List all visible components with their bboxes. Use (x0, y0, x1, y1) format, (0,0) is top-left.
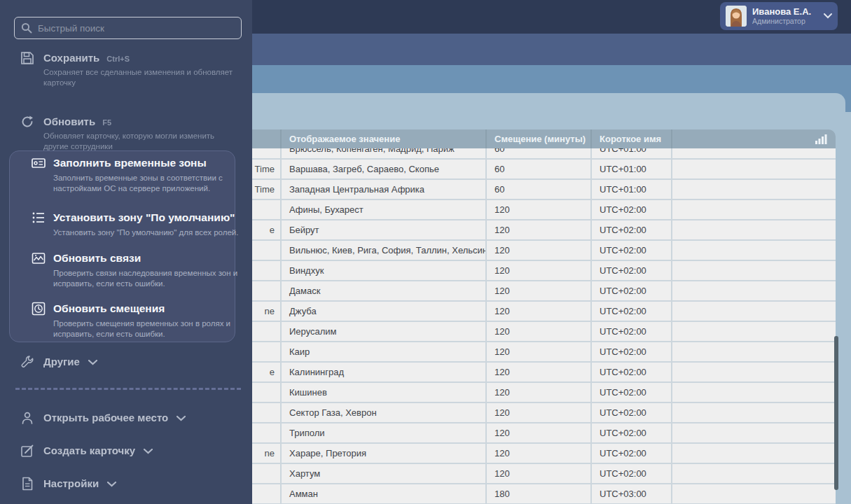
table-row[interactable]: neХараре, Претория120UTC+02:00 (244, 444, 836, 464)
person-icon (20, 410, 35, 426)
table-row[interactable]: Каир120UTC+02:00 (244, 342, 836, 363)
table-row[interactable]: Иерусалим120UTC+02:00 (244, 322, 836, 342)
table-cell (672, 302, 836, 321)
table-cell: UTC+01:00 (592, 180, 672, 199)
table-cell: 120 (487, 424, 592, 442)
table-cell: Варшава, Загреб, Сараево, Скопье (282, 160, 487, 178)
search-input[interactable] (38, 23, 235, 34)
bar-chart-icon[interactable] (815, 134, 827, 144)
table-cell: UTC+02:00 (592, 200, 672, 219)
refresh-icon (20, 114, 35, 130)
table-cell: Хараре, Претория (282, 444, 487, 463)
table-row[interactable]: Вильнюс, Киев, Рига, София, Таллин, Хель… (244, 241, 836, 261)
map-icon (31, 251, 46, 266)
table-cell (672, 342, 836, 361)
table-cell: 120 (487, 281, 592, 300)
table-cell: 120 (487, 403, 592, 422)
menu-item-label: СохранитьCtrl+S (43, 52, 130, 64)
table-cell: 120 (487, 261, 592, 280)
table-cell (672, 261, 836, 280)
table-row[interactable]: Виндхук120UTC+02:00 (244, 261, 836, 281)
table-row[interactable]: Амман180UTC+03:00 (244, 484, 836, 504)
table-cell: UTC+02:00 (592, 464, 672, 483)
menu-item-description: Установить зону "По умолчанию" для всех … (53, 227, 244, 238)
wrench-icon (20, 354, 35, 370)
table-cell (672, 383, 836, 402)
menu-item-description: Сохраняет все сделанные изменения и обно… (43, 67, 234, 88)
chevron-down-icon[interactable] (824, 13, 832, 19)
table-cell (672, 484, 836, 503)
table-row[interactable]: Хартум120UTC+02:00 (244, 464, 836, 484)
table-cell: Вильнюс, Киев, Рига, София, Таллин, Хель… (282, 241, 487, 260)
table-cell (672, 200, 836, 219)
table-cell (672, 322, 836, 341)
table-cell: 120 (487, 322, 592, 341)
table-cell (672, 148, 836, 158)
column-header-display[interactable]: Отображаемое значение (282, 130, 487, 148)
table-cell: UTC+02:00 (592, 444, 672, 463)
menu-item-label: Создать карточку (43, 444, 153, 456)
vertical-scrollbar-thumb[interactable] (834, 336, 838, 490)
chevron-down-icon (107, 477, 116, 489)
table-row[interactable]: Афины, Бухарест120UTC+02:00 (244, 200, 836, 220)
table-cell: Калининград (282, 363, 487, 382)
table-cell: UTC+02:00 (592, 322, 672, 341)
user-name: Иванова Е.А. (752, 7, 818, 18)
actions-sidebar: СохранитьCtrl+S Сохраняет все сделанные … (0, 0, 252, 504)
column-header-short[interactable]: Короткое имя (592, 130, 672, 148)
table-cell: Бейрут (282, 220, 487, 239)
table-cell: UTC+02:00 (592, 281, 672, 300)
edit-icon (20, 443, 35, 458)
menu-item-label: Другие (43, 356, 97, 368)
table-cell: UTC+02:00 (592, 403, 672, 422)
user-menu[interactable]: Иванова Е.А. Администратор (720, 2, 838, 30)
table-cell: Сектор Газа, Хеврон (282, 403, 487, 422)
column-header-actions (672, 130, 836, 148)
table-cell: Каир (282, 342, 487, 361)
table-cell: 120 (487, 220, 592, 239)
table-cell: Западная Центральная Африка (282, 180, 487, 199)
menu-item-description: Проверить связи наследования временных з… (53, 268, 244, 289)
table-cell: 120 (487, 383, 592, 402)
table-cell: UTC+01:00 (592, 160, 672, 178)
table-cell: Амман (282, 484, 487, 503)
save-icon (20, 50, 35, 66)
user-meta: Иванова Е.А. Администратор (752, 7, 818, 26)
table-cell: Виндхук (282, 261, 487, 280)
user-role: Администратор (752, 17, 818, 25)
table-cell: 60 (487, 160, 592, 178)
table-row[interactable]: d TimeЗападная Центральная Африка60UTC+0… (244, 180, 836, 200)
table-row[interactable]: Триполи120UTC+02:00 (244, 424, 836, 444)
table-row[interactable]: eБейрут120UTC+02:00 (244, 220, 836, 241)
table-cell: 60 (487, 180, 592, 199)
chevron-down-icon (88, 356, 97, 368)
column-header-offset[interactable]: Смещение (минуты) (487, 130, 592, 148)
table-cell: Дамаск (282, 281, 487, 300)
menu-item-description: Проверить смещения временных зон в ролях… (53, 318, 244, 340)
clock-icon (31, 301, 46, 316)
table-row[interactable]: eКалининград120UTC+02:00 (244, 363, 836, 383)
table-cell: 120 (487, 444, 592, 463)
quick-search[interactable] (14, 17, 242, 39)
menu-item-label: Заполнить временные зоны (53, 157, 207, 169)
menu-item-label: Открыть рабочее место (43, 412, 186, 424)
table-row[interactable]: Кишинев120UTC+02:00 (244, 383, 836, 403)
table-header-row: Отображаемое значение Смещение (минуты) … (244, 130, 836, 148)
timezone-table: Отображаемое значение Смещение (минуты) … (244, 130, 836, 504)
table-cell: Триполи (282, 424, 487, 442)
table-cell: Афины, Бухарест (282, 200, 487, 219)
table-cell: Иерусалим (282, 322, 487, 341)
menu-item-label: ОбновитьF5 (43, 115, 111, 127)
table-cell: UTC+02:00 (592, 220, 672, 239)
table-row[interactable]: d TimeВаршава, Загреб, Сараево, Скопье60… (244, 160, 836, 180)
table-cell (672, 444, 836, 463)
table-cell: UTC+02:00 (592, 261, 672, 280)
table-row[interactable]: Брюссель, Копенгаген, Мадрид, Париж60UTC… (244, 148, 836, 160)
table-cell: Кишинев (282, 383, 487, 402)
table-row[interactable]: Сектор Газа, Хеврон120UTC+02:00 (244, 403, 836, 424)
table-row[interactable]: neДжуба120UTC+02:00 (244, 302, 836, 322)
menu-item-label: Настройки (43, 477, 116, 489)
table-cell: 120 (487, 200, 592, 219)
table-row[interactable]: Дамаск120UTC+02:00 (244, 281, 836, 302)
table-cell (672, 220, 836, 239)
